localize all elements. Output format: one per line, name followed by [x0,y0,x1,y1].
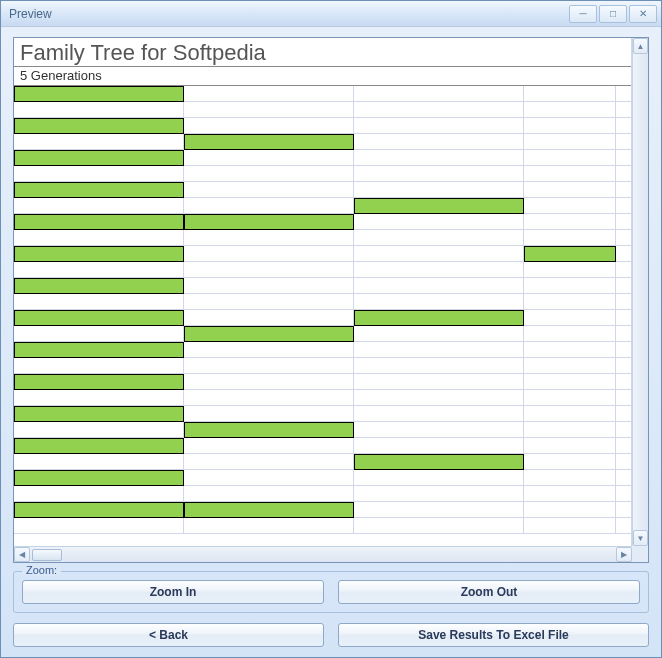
zoom-out-button[interactable]: Zoom Out [338,580,640,604]
tree-block [14,374,184,390]
preview-window: Preview ─ □ ✕ Family Tree for Softpedia … [0,0,662,658]
tree-blocks [14,86,631,534]
zoom-buttons: Zoom In Zoom Out [22,580,640,604]
scroll-corner [632,546,648,562]
window-controls: ─ □ ✕ [569,5,657,23]
maximize-button[interactable]: □ [599,5,627,23]
sheet-subtitle: 5 Generations [14,67,631,86]
back-button[interactable]: < Back [13,623,324,647]
sheet-title: Family Tree for Softpedia [14,38,631,67]
tree-block [14,86,184,102]
tree-block [184,134,354,150]
tree-block [14,502,184,518]
zoom-label: Zoom: [22,564,61,576]
tree-block [14,310,184,326]
zoom-group: Zoom: Zoom In Zoom Out [13,571,649,613]
tree-block [14,406,184,422]
tree-block [14,150,184,166]
save-button[interactable]: Save Results To Excel File [338,623,649,647]
preview-panel: Family Tree for Softpedia 5 Generations … [13,37,649,563]
minimize-button[interactable]: ─ [569,5,597,23]
tree-block [14,246,184,262]
tree-block [354,454,524,470]
tree-block [184,326,354,342]
scroll-down-button[interactable]: ▼ [633,530,648,546]
tree-block [524,246,616,262]
window-title: Preview [9,7,569,21]
scroll-up-button[interactable]: ▲ [633,38,648,54]
close-button[interactable]: ✕ [629,5,657,23]
horizontal-scrollbar[interactable]: ◀ ▶ [14,546,632,562]
titlebar: Preview ─ □ ✕ [1,1,661,27]
tree-block [14,470,184,486]
zoom-in-button[interactable]: Zoom In [22,580,324,604]
tree-block [14,182,184,198]
tree-block [184,422,354,438]
spreadsheet[interactable]: Family Tree for Softpedia 5 Generations [14,38,632,562]
vertical-scrollbar[interactable]: ▲ ▼ [632,38,648,546]
tree-block [184,502,354,518]
tree-block [354,310,524,326]
tree-block [14,214,184,230]
content-area: Family Tree for Softpedia 5 Generations … [1,27,661,657]
tree-block [14,278,184,294]
bottom-buttons: < Back Save Results To Excel File [13,623,649,647]
scroll-right-button[interactable]: ▶ [616,547,632,562]
tree-block [14,118,184,134]
tree-block [184,214,354,230]
tree-block [354,198,524,214]
tree-block [14,438,184,454]
tree-block [14,342,184,358]
grid-area [14,86,631,534]
scroll-left-button[interactable]: ◀ [14,547,30,562]
scroll-thumb[interactable] [32,549,62,561]
preview-inner: Family Tree for Softpedia 5 Generations … [14,38,648,562]
